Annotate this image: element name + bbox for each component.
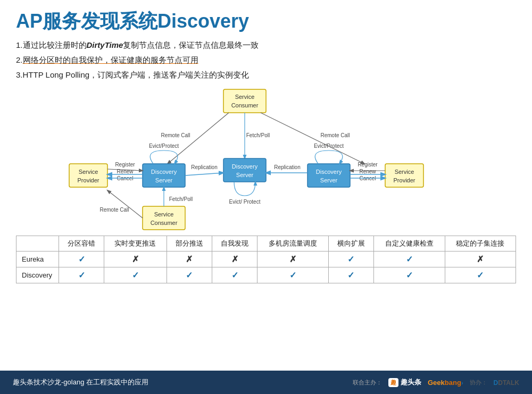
toutiao-logo: 趣 趣头条 [388,378,421,387]
bullet-2: 2.网络分区时的自我保护，保证健康的服务节点可用 [16,54,516,66]
renew-left-label: Renew [117,169,134,174]
ds-left-label1: Discovery [151,169,177,175]
bullet-1: 1.通过比较注册时的DirtyTime复制节点信息，保证节点信息最终一致 [16,39,516,52]
bullet-3: 3.HTTP Long Polling，订阅式客户端，推送客户端关注的实例变化 [16,69,516,81]
col-header-8: 稳定的子集连接 [445,236,516,252]
bullet1-highlight: DirtyTime [87,40,123,49]
toutiao-name: 趣头条 [401,378,421,387]
service-provider-right-box [385,164,423,187]
service-consumer-top-box [223,89,266,113]
footer-left-text: 趣头条技术沙龙-golang 在工程实践中的应用 [13,378,148,387]
discovery-val-5: ✓ [257,267,328,283]
discovery-val-2: ✓ [104,267,167,283]
discovery-val-4: ✓ [212,267,257,283]
table-row-eureka: Eureka ✓ ✗ ✗ ✗ ✗ ✓ ✓ ✗ [16,252,516,267]
bullet2-underline: 网络分区时的自我保护，保证健康的服务节点可用 [23,55,198,64]
co-organizer-label: 协办： [470,379,487,387]
sp-right-label2: Provider [394,177,415,183]
service-consumer-bottom-box [143,206,185,230]
remote-call-bottom-label: Remote Call [99,207,129,213]
ds-right-label2: Server [320,177,338,183]
main-content: AP服务发现系统Discovery 1.通过比较注册时的DirtyTime复制节… [0,0,532,289]
evict-protect-right-path [315,150,343,164]
geekbang-logo: Geekbang› [428,379,463,387]
ds-mid-label1: Discovery [232,163,258,170]
ds-mid-label2: Server [236,172,254,178]
diagram-svg: Service Consumer Remote Call Remote Call… [16,87,516,230]
eureka-val-7: ✓ [374,252,445,267]
discovery-val-3: ✓ [167,267,212,283]
service-consumer-top-label1: Service [235,94,255,100]
discovery-label: Discovery [16,267,59,283]
sp-left-label2: Provider [78,177,99,183]
ds-left-label2: Server [155,177,173,183]
eureka-label: Eureka [16,252,59,267]
bullet-points: 1.通过比较注册时的DirtyTime复制节点信息，保证节点信息最终一致 2.网… [16,39,516,81]
col-header-1: 分区容错 [59,236,104,252]
footer: 趣头条技术沙龙-golang 在工程实践中的应用 联合主办： 趣 趣头条 Gee… [0,371,532,394]
page-title: AP服务发现系统Discovery [16,10,516,32]
sp-left-label1: Service [79,169,98,175]
table-row-discovery: Discovery ✓ ✓ ✓ ✓ ✓ ✓ ✓ ✓ [16,267,516,283]
discovery-val-7: ✓ [374,267,445,283]
eureka-val-3: ✗ [167,252,212,267]
sp-right-label1: Service [395,169,414,175]
bullet2-num: 2. [16,55,23,64]
replication-left-mid-line [185,173,223,175]
discovery-server-mid-box [223,158,266,182]
eureka-val-6: ✓ [328,252,373,267]
discovery-val-1: ✓ [59,267,104,283]
renew-right-label: Renew [359,169,376,174]
discovery-server-left-box [143,164,185,187]
discovery-val-8: ✓ [445,267,516,283]
evict-protect-right-label: Evict/Protect [314,143,344,149]
remote-call-right-label: Remote Call [320,132,350,138]
eureka-val-1: ✓ [59,252,104,267]
discovery-server-right-box [307,164,350,187]
col-header-4: 自我发现 [212,236,257,252]
evict-protect-left-path [150,150,178,164]
evict-protect-mid-path [234,182,255,196]
evict-protect-left-label: Evict/Protect [149,143,179,149]
footer-right: 联合主办： 趣 趣头条 Geekbang› 协办： DDTALK [353,378,519,387]
remote-call-bottom-line [107,190,143,218]
sc-bottom-label2: Consumer [151,220,178,226]
sponsor-label: 联合主办： [353,379,382,387]
col-header-empty [16,236,59,252]
bullet1-before: 1.通过比较注册时的 [16,40,87,49]
table-header-row: 分区容错 实时变更推送 部分推送 自我发现 多机房流量调度 横向扩展 自定义健康… [16,236,516,252]
remote-call-left-label: Remote Call [161,132,190,138]
replication-left-label: Replication [191,164,217,170]
eureka-val-8: ✗ [445,252,516,267]
dtalk-logo: DDTALK [494,379,519,387]
eureka-val-2: ✗ [104,252,167,267]
fetch-poll-bottom-label: Fetch/Poll [169,196,193,202]
evict-protect-mid-label: Evict/ Protect [229,199,261,205]
replication-right-label: Replication [274,164,300,170]
ds-right-label1: Discovery [316,169,342,175]
eureka-val-4: ✗ [212,252,257,267]
comparison-table: 分区容错 实时变更推送 部分推送 自我发现 多机房流量调度 横向扩展 自定义健康… [16,236,516,283]
eureka-val-5: ✗ [257,252,328,267]
fetch-poll-top-label: Fetch/Poll [246,132,270,138]
col-header-5: 多机房流量调度 [257,236,328,252]
service-provider-left-box [69,164,107,187]
register-right-label: Register [358,162,378,167]
service-consumer-top-label2: Consumer [231,102,259,108]
register-left-label: Register [115,162,135,167]
col-header-3: 部分推送 [167,236,212,252]
col-header-2: 实时变更推送 [104,236,167,252]
remote-call-right-line [261,113,364,164]
architecture-diagram: Service Consumer Remote Call Remote Call… [16,87,516,230]
toutiao-icon: 趣 [388,378,398,387]
bullet1-after: 复制节点信息，保证节点信息最终一致 [123,40,259,49]
remote-call-left-line [168,113,229,164]
sc-bottom-label1: Service [154,211,174,217]
col-header-6: 横向扩展 [328,236,373,252]
col-header-7: 自定义健康检查 [374,236,445,252]
discovery-val-6: ✓ [328,267,373,283]
